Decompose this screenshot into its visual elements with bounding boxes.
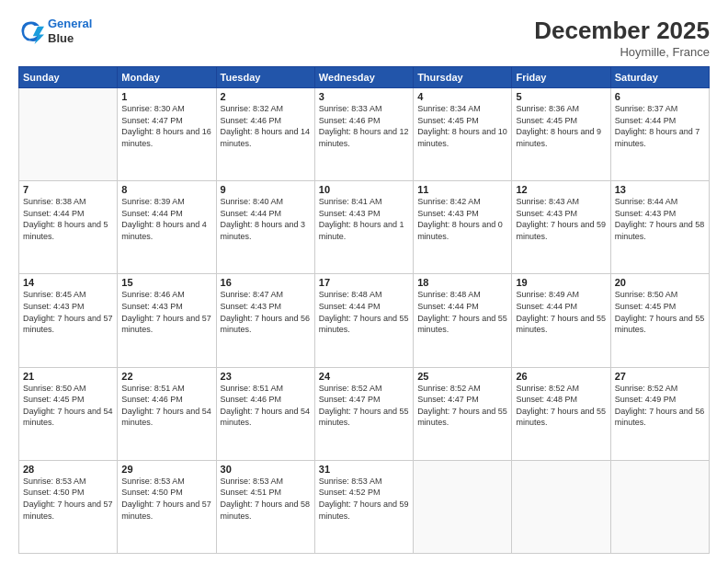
day-number: 10 — [319, 184, 409, 195]
calendar-cell: 23Sunrise: 8:51 AM Sunset: 4:46 PM Dayli… — [216, 367, 314, 460]
day-number: 30 — [221, 464, 311, 475]
calendar-cell: 6Sunrise: 8:37 AM Sunset: 4:44 PM Daylig… — [610, 88, 709, 181]
calendar-cell: 13Sunrise: 8:44 AM Sunset: 4:43 PM Dayli… — [610, 181, 709, 274]
calendar-cell — [610, 460, 709, 553]
day-info: Sunrise: 8:44 AM Sunset: 4:43 PM Dayligh… — [615, 196, 705, 242]
day-info: Sunrise: 8:52 AM Sunset: 4:48 PM Dayligh… — [516, 383, 606, 429]
day-info: Sunrise: 8:45 AM Sunset: 4:43 PM Dayligh… — [23, 289, 113, 335]
day-info: Sunrise: 8:48 AM Sunset: 4:44 PM Dayligh… — [417, 289, 507, 335]
logo-line1: General — [48, 17, 92, 30]
calendar-week-2: 14Sunrise: 8:45 AM Sunset: 4:43 PM Dayli… — [19, 274, 710, 367]
day-number: 14 — [23, 277, 113, 288]
calendar-cell: 3Sunrise: 8:33 AM Sunset: 4:46 PM Daylig… — [314, 88, 413, 181]
day-info: Sunrise: 8:43 AM Sunset: 4:43 PM Dayligh… — [516, 196, 606, 242]
calendar-week-3: 21Sunrise: 8:50 AM Sunset: 4:45 PM Dayli… — [19, 367, 710, 460]
calendar-cell — [19, 88, 118, 181]
day-info: Sunrise: 8:30 AM Sunset: 4:47 PM Dayligh… — [121, 103, 211, 149]
calendar-cell: 18Sunrise: 8:48 AM Sunset: 4:44 PM Dayli… — [414, 274, 512, 367]
day-info: Sunrise: 8:51 AM Sunset: 4:46 PM Dayligh… — [121, 383, 211, 429]
day-number: 9 — [221, 184, 311, 195]
calendar-cell: 1Sunrise: 8:30 AM Sunset: 4:47 PM Daylig… — [118, 88, 216, 181]
day-number: 28 — [23, 464, 113, 475]
day-number: 26 — [516, 371, 606, 382]
day-number: 1 — [121, 91, 211, 102]
day-info: Sunrise: 8:33 AM Sunset: 4:46 PM Dayligh… — [319, 103, 409, 149]
day-number: 24 — [319, 371, 409, 382]
day-info: Sunrise: 8:47 AM Sunset: 4:43 PM Dayligh… — [221, 289, 311, 335]
day-info: Sunrise: 8:48 AM Sunset: 4:44 PM Dayligh… — [319, 289, 409, 335]
day-info: Sunrise: 8:40 AM Sunset: 4:44 PM Dayligh… — [221, 196, 311, 242]
header-wednesday: Wednesday — [314, 67, 413, 88]
day-number: 15 — [121, 277, 211, 288]
header-monday: Monday — [118, 67, 216, 88]
day-number: 25 — [417, 371, 507, 382]
calendar-cell: 15Sunrise: 8:46 AM Sunset: 4:43 PM Dayli… — [118, 274, 216, 367]
days-header-row: Sunday Monday Tuesday Wednesday Thursday… — [19, 67, 710, 88]
month-title: December 2025 — [534, 17, 710, 45]
calendar-cell: 9Sunrise: 8:40 AM Sunset: 4:44 PM Daylig… — [216, 181, 314, 274]
calendar-cell: 14Sunrise: 8:45 AM Sunset: 4:43 PM Dayli… — [19, 274, 118, 367]
calendar-cell: 24Sunrise: 8:52 AM Sunset: 4:47 PM Dayli… — [314, 367, 413, 460]
title-block: December 2025 Hoymille, France — [534, 17, 710, 59]
day-number: 6 — [615, 91, 705, 102]
day-info: Sunrise: 8:51 AM Sunset: 4:46 PM Dayligh… — [221, 383, 311, 429]
header-friday: Friday — [512, 67, 610, 88]
calendar-cell: 10Sunrise: 8:41 AM Sunset: 4:43 PM Dayli… — [314, 181, 413, 274]
calendar-cell: 16Sunrise: 8:47 AM Sunset: 4:43 PM Dayli… — [216, 274, 314, 367]
day-number: 29 — [121, 464, 211, 475]
calendar-cell: 22Sunrise: 8:51 AM Sunset: 4:46 PM Dayli… — [118, 367, 216, 460]
calendar-cell: 26Sunrise: 8:52 AM Sunset: 4:48 PM Dayli… — [512, 367, 610, 460]
calendar-week-4: 28Sunrise: 8:53 AM Sunset: 4:50 PM Dayli… — [19, 460, 710, 553]
day-number: 3 — [319, 91, 409, 102]
day-info: Sunrise: 8:52 AM Sunset: 4:49 PM Dayligh… — [615, 383, 705, 429]
logo-line2: Blue — [48, 31, 92, 46]
day-info: Sunrise: 8:41 AM Sunset: 4:43 PM Dayligh… — [319, 196, 409, 242]
page: General Blue December 2025 Hoymille, Fra… — [0, 0, 728, 563]
calendar-cell — [512, 460, 610, 553]
day-number: 31 — [319, 464, 409, 475]
day-number: 19 — [516, 277, 606, 288]
day-info: Sunrise: 8:49 AM Sunset: 4:44 PM Dayligh… — [516, 289, 606, 335]
day-number: 23 — [221, 371, 311, 382]
calendar-cell: 21Sunrise: 8:50 AM Sunset: 4:45 PM Dayli… — [19, 367, 118, 460]
day-info: Sunrise: 8:50 AM Sunset: 4:45 PM Dayligh… — [615, 289, 705, 335]
calendar-cell: 27Sunrise: 8:52 AM Sunset: 4:49 PM Dayli… — [610, 367, 709, 460]
day-info: Sunrise: 8:53 AM Sunset: 4:51 PM Dayligh… — [221, 476, 311, 522]
calendar-cell — [414, 460, 512, 553]
day-number: 22 — [121, 371, 211, 382]
day-info: Sunrise: 8:50 AM Sunset: 4:45 PM Dayligh… — [23, 383, 113, 429]
logo: General Blue — [18, 17, 92, 45]
calendar-cell: 29Sunrise: 8:53 AM Sunset: 4:50 PM Dayli… — [118, 460, 216, 553]
day-number: 20 — [615, 277, 705, 288]
logo-icon — [18, 18, 44, 44]
calendar-cell: 20Sunrise: 8:50 AM Sunset: 4:45 PM Dayli… — [610, 274, 709, 367]
calendar-cell: 8Sunrise: 8:39 AM Sunset: 4:44 PM Daylig… — [118, 181, 216, 274]
header: General Blue December 2025 Hoymille, Fra… — [18, 17, 710, 59]
header-saturday: Saturday — [610, 67, 709, 88]
calendar-cell: 28Sunrise: 8:53 AM Sunset: 4:50 PM Dayli… — [19, 460, 118, 553]
calendar-cell: 2Sunrise: 8:32 AM Sunset: 4:46 PM Daylig… — [216, 88, 314, 181]
day-number: 13 — [615, 184, 705, 195]
header-sunday: Sunday — [19, 67, 118, 88]
day-number: 12 — [516, 184, 606, 195]
day-number: 16 — [221, 277, 311, 288]
day-info: Sunrise: 8:53 AM Sunset: 4:50 PM Dayligh… — [121, 476, 211, 522]
day-info: Sunrise: 8:37 AM Sunset: 4:44 PM Dayligh… — [615, 103, 705, 149]
day-info: Sunrise: 8:36 AM Sunset: 4:45 PM Dayligh… — [516, 103, 606, 149]
calendar-cell: 25Sunrise: 8:52 AM Sunset: 4:47 PM Dayli… — [414, 367, 512, 460]
day-number: 2 — [221, 91, 311, 102]
calendar-cell: 11Sunrise: 8:42 AM Sunset: 4:43 PM Dayli… — [414, 181, 512, 274]
day-number: 18 — [417, 277, 507, 288]
header-thursday: Thursday — [414, 67, 512, 88]
calendar-cell: 5Sunrise: 8:36 AM Sunset: 4:45 PM Daylig… — [512, 88, 610, 181]
day-number: 5 — [516, 91, 606, 102]
calendar-cell: 12Sunrise: 8:43 AM Sunset: 4:43 PM Dayli… — [512, 181, 610, 274]
day-info: Sunrise: 8:38 AM Sunset: 4:44 PM Dayligh… — [23, 196, 113, 242]
calendar-body: 1Sunrise: 8:30 AM Sunset: 4:47 PM Daylig… — [19, 88, 710, 554]
day-info: Sunrise: 8:32 AM Sunset: 4:46 PM Dayligh… — [221, 103, 311, 149]
day-info: Sunrise: 8:53 AM Sunset: 4:50 PM Dayligh… — [23, 476, 113, 522]
day-info: Sunrise: 8:52 AM Sunset: 4:47 PM Dayligh… — [319, 383, 409, 429]
calendar-cell: 4Sunrise: 8:34 AM Sunset: 4:45 PM Daylig… — [414, 88, 512, 181]
day-number: 17 — [319, 277, 409, 288]
location: Hoymille, France — [534, 45, 710, 59]
